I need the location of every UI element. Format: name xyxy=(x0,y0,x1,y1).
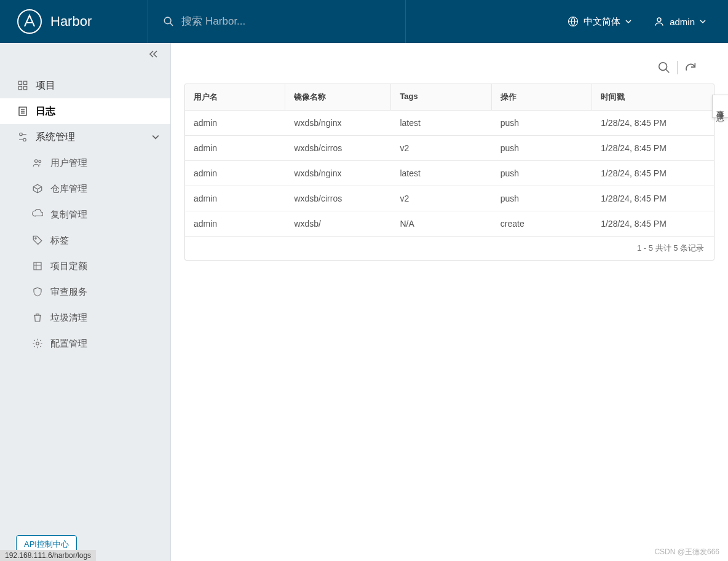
cell-tag: latest xyxy=(391,111,491,135)
sidebar-item-labels[interactable]: 标签 xyxy=(0,227,170,253)
svg-point-21 xyxy=(36,342,39,345)
sidebar: 项目 日志 系统管理 用户管理 仓库管理 复制管理 xyxy=(0,43,171,561)
cell-tag: latest xyxy=(391,161,491,186)
table-row[interactable]: adminwxdsb/cirrosv2push1/28/24, 8:45 PM xyxy=(185,135,714,160)
cell-time: 1/28/24, 8:45 PM xyxy=(592,161,714,186)
sidebar-item-label: 仓库管理 xyxy=(50,183,87,195)
users-icon xyxy=(32,157,43,168)
replication-icon xyxy=(32,209,43,220)
col-header-op[interactable]: 操作 xyxy=(492,84,592,110)
registry-icon xyxy=(32,183,43,194)
harbor-logo-icon xyxy=(17,9,42,34)
user-icon xyxy=(654,16,665,27)
table-footer: 1 - 5 共计 5 条记录 xyxy=(185,236,714,260)
event-log-tab[interactable]: 事件日志 xyxy=(712,95,728,118)
table-body: adminwxdsb/nginxlatestpush1/28/24, 8:45 … xyxy=(185,110,714,236)
cell-repo: wxdsb/ xyxy=(285,211,391,236)
svg-point-22 xyxy=(659,63,667,71)
logs-icon xyxy=(17,106,28,117)
cell-user: admin xyxy=(185,161,285,186)
sidebar-item-label: 复制管理 xyxy=(50,209,87,221)
svg-point-0 xyxy=(18,10,41,33)
content: 用户名 镜像名称 Tags 操作 时间戳 adminwxdsb/nginxlat… xyxy=(171,43,728,561)
svg-point-14 xyxy=(23,138,26,141)
cell-tag: N/A xyxy=(391,211,491,236)
search-input[interactable] xyxy=(181,15,390,28)
col-header-user[interactable]: 用户名 xyxy=(185,84,285,110)
sidebar-item-label: 标签 xyxy=(50,235,69,246)
sidebar-item-label: 项目定额 xyxy=(50,261,87,272)
sidebar-item-label: 系统管理 xyxy=(36,131,75,144)
cell-op: push xyxy=(492,161,592,186)
toolbar xyxy=(184,54,714,81)
collapse-row xyxy=(0,43,170,65)
sidebar-item-projects[interactable]: 项目 xyxy=(0,73,170,98)
sidebar-item-registry[interactable]: 仓库管理 xyxy=(0,176,170,202)
col-header-repo[interactable]: 镜像名称 xyxy=(285,84,391,110)
search-section[interactable] xyxy=(148,0,406,43)
status-bar: 192.168.111.6/harbor/logs xyxy=(0,550,96,561)
sidebar-item-logs[interactable]: 日志 xyxy=(0,98,170,124)
gear-icon xyxy=(32,338,43,349)
quota-icon xyxy=(32,261,43,272)
sidebar-item-system[interactable]: 系统管理 xyxy=(0,124,170,150)
cell-op: push xyxy=(492,136,592,160)
watermark: CSDN @王德发666 xyxy=(654,547,719,557)
sidebar-item-interrogation[interactable]: 审查服务 xyxy=(0,279,170,305)
sidebar-item-gc[interactable]: 垃圾清理 xyxy=(0,305,170,331)
filter-search-icon[interactable] xyxy=(657,61,671,74)
sidebar-item-label: 用户管理 xyxy=(50,157,87,169)
svg-line-23 xyxy=(666,69,670,73)
shield-icon xyxy=(32,286,43,297)
table-row[interactable]: adminwxdsb/cirrosv2push1/28/24, 8:45 PM xyxy=(185,186,714,211)
table-row[interactable]: adminwxdsb/nginxlatestpush1/28/24, 8:45 … xyxy=(185,160,714,186)
logs-table: 用户名 镜像名称 Tags 操作 时间戳 adminwxdsb/nginxlat… xyxy=(184,84,714,261)
app-name: Harbor xyxy=(50,14,92,29)
sidebar-item-label: 项目 xyxy=(36,79,55,92)
language-switcher[interactable]: 中文简体 xyxy=(568,16,631,28)
col-header-tag[interactable]: Tags xyxy=(391,84,491,110)
sidebar-item-config[interactable]: 配置管理 xyxy=(0,331,170,356)
cell-user: admin xyxy=(185,186,285,211)
cell-repo: wxdsb/nginx xyxy=(285,161,391,186)
cell-user: admin xyxy=(185,211,285,236)
sidebar-item-replication[interactable]: 复制管理 xyxy=(0,202,170,227)
chevron-down-icon xyxy=(152,133,159,141)
svg-rect-6 xyxy=(24,81,27,84)
col-header-time[interactable]: 时间戳 xyxy=(592,84,714,110)
cell-time: 1/28/24, 8:45 PM xyxy=(592,111,714,135)
cell-user: admin xyxy=(185,111,285,135)
svg-rect-7 xyxy=(18,87,22,90)
toolbar-separator xyxy=(677,61,678,74)
table-header: 用户名 镜像名称 Tags 操作 时间戳 xyxy=(185,84,714,110)
chevron-down-icon xyxy=(700,18,706,25)
system-icon xyxy=(17,131,28,143)
user-menu[interactable]: admin xyxy=(654,16,706,27)
sidebar-item-quotas[interactable]: 项目定额 xyxy=(0,253,170,279)
cell-time: 1/28/24, 8:45 PM xyxy=(592,186,714,211)
cell-tag: v2 xyxy=(391,136,491,160)
svg-point-16 xyxy=(39,160,41,163)
svg-point-4 xyxy=(657,18,661,22)
cell-op: push xyxy=(492,111,592,135)
svg-line-2 xyxy=(170,23,173,26)
user-name: admin xyxy=(670,17,695,27)
collapse-sidebar-icon[interactable] xyxy=(148,49,158,59)
table-row[interactable]: adminwxdsb/N/Acreate1/28/24, 8:45 PM xyxy=(185,211,714,236)
svg-rect-8 xyxy=(24,87,27,90)
sidebar-item-users[interactable]: 用户管理 xyxy=(0,150,170,176)
refresh-icon[interactable] xyxy=(684,61,697,74)
language-label: 中文简体 xyxy=(584,16,620,28)
cell-time: 1/28/24, 8:45 PM xyxy=(592,211,714,236)
table-row[interactable]: adminwxdsb/nginxlatestpush1/28/24, 8:45 … xyxy=(185,110,714,135)
cell-repo: wxdsb/cirros xyxy=(285,136,391,160)
search-icon xyxy=(163,15,174,28)
cell-op: create xyxy=(492,211,592,236)
cell-time: 1/28/24, 8:45 PM xyxy=(592,136,714,160)
logo-section: Harbor xyxy=(0,9,148,34)
tag-icon xyxy=(32,235,43,246)
chevron-down-icon xyxy=(625,18,631,25)
projects-icon xyxy=(17,80,28,91)
svg-point-13 xyxy=(20,133,23,136)
svg-point-15 xyxy=(35,160,38,163)
